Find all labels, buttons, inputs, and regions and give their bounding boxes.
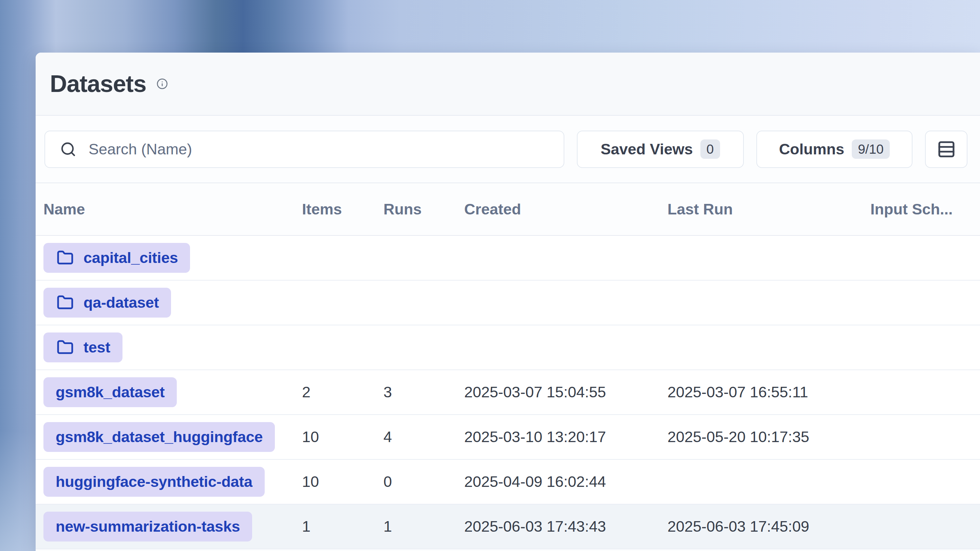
folder-icon [56, 294, 75, 311]
table-row[interactable]: gsm8k_dataset 2 3 2025-03-07 15:04:55 20… [36, 370, 980, 415]
dataset-name: huggingface-synthetic-data [56, 473, 253, 491]
name-cell: test [43, 332, 302, 362]
datasets-panel: Datasets Saved Views 0 Columns 9/10 Name… [36, 52, 980, 551]
created-cell: 2025-03-07 15:04:55 [464, 383, 667, 401]
dataset-link[interactable]: gsm8k_dataset_huggingface [43, 422, 275, 452]
last-run-cell: 2025-06-03 17:45:09 [667, 518, 870, 535]
column-header-items: Items [302, 200, 383, 218]
folder-link[interactable]: qa-dataset [43, 288, 171, 318]
row-height-button[interactable] [925, 131, 967, 168]
items-cell: 1 [302, 518, 383, 535]
saved-views-label: Saved Views [601, 140, 693, 158]
page-title: Datasets [50, 70, 146, 97]
dataset-link[interactable]: huggingface-synthetic-data [43, 467, 265, 497]
folder-name: capital_cities [83, 249, 178, 267]
last-run-cell: 2025-03-07 16:55:11 [667, 383, 870, 401]
folder-link[interactable]: capital_cities [43, 243, 190, 273]
dataset-link[interactable]: gsm8k_dataset [43, 377, 177, 407]
search-input[interactable] [89, 140, 552, 158]
name-cell: gsm8k_dataset_huggingface [43, 422, 302, 452]
dataset-name: new-summarization-tasks [56, 518, 240, 535]
table-row[interactable]: new-summarization-tasks 1 1 2025-06-03 1… [36, 505, 980, 549]
created-cell: 2025-03-10 13:20:17 [464, 428, 667, 446]
saved-views-count-badge: 0 [700, 140, 720, 159]
table-row[interactable]: qa-dataset [36, 281, 980, 326]
table-header-row: Name Items Runs Created Last Run Input S… [36, 183, 980, 236]
table-body: capital_cities qa-dataset [36, 236, 980, 549]
items-cell: 2 [302, 383, 383, 401]
items-cell: 10 [302, 428, 383, 446]
dataset-name: gsm8k_dataset_huggingface [56, 428, 262, 446]
runs-cell: 4 [383, 428, 464, 446]
columns-count-badge: 9/10 [852, 140, 890, 159]
folder-link[interactable]: test [43, 332, 123, 362]
panel-header: Datasets [36, 52, 980, 116]
column-header-runs: Runs [383, 200, 464, 218]
table-row[interactable]: gsm8k_dataset_huggingface 10 4 2025-03-1… [36, 415, 980, 460]
runs-cell: 1 [383, 518, 464, 535]
column-header-created: Created [464, 200, 667, 218]
dataset-link[interactable]: new-summarization-tasks [43, 512, 252, 541]
search-box[interactable] [45, 131, 564, 168]
table-row[interactable]: huggingface-synthetic-data 10 0 2025-04-… [36, 460, 980, 505]
runs-cell: 0 [383, 473, 464, 491]
name-cell: capital_cities [43, 243, 302, 273]
created-cell: 2025-06-03 17:43:43 [464, 518, 667, 535]
name-cell: qa-dataset [43, 288, 302, 318]
column-header-name: Name [43, 200, 302, 218]
search-icon [60, 141, 76, 157]
info-icon[interactable] [156, 78, 168, 90]
desktop-background: { "page": { "title": "Datasets" }, "tool… [0, 0, 980, 551]
columns-button[interactable]: Columns 9/10 [756, 131, 913, 168]
rows-icon [937, 139, 956, 159]
last-run-cell: 2025-05-20 10:17:35 [667, 428, 870, 446]
dataset-name: gsm8k_dataset [56, 383, 165, 401]
table-row[interactable]: test [36, 326, 980, 370]
column-header-last-run: Last Run [667, 200, 870, 218]
column-header-input-schema: Input Sch... [870, 200, 980, 218]
columns-label: Columns [779, 140, 845, 158]
name-cell: new-summarization-tasks [43, 512, 302, 541]
table-toolbar: Saved Views 0 Columns 9/10 [36, 116, 980, 183]
saved-views-button[interactable]: Saved Views 0 [577, 131, 744, 168]
name-cell: gsm8k_dataset [43, 377, 302, 407]
folder-name: test [83, 338, 110, 356]
folder-icon [56, 249, 75, 266]
created-cell: 2025-04-09 16:02:44 [464, 473, 667, 491]
runs-cell: 3 [383, 383, 464, 401]
folder-name: qa-dataset [83, 294, 159, 311]
table-row[interactable]: capital_cities [36, 236, 980, 281]
items-cell: 10 [302, 473, 383, 491]
folder-icon [56, 339, 75, 356]
name-cell: huggingface-synthetic-data [43, 467, 302, 497]
